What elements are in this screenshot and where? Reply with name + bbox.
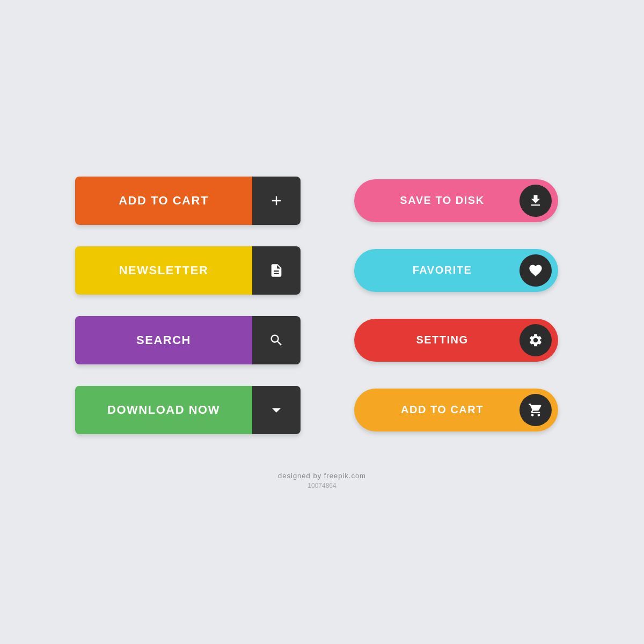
heart-icon: [528, 263, 543, 278]
plus-icon-area: [252, 177, 301, 225]
arrow-down-icon: [269, 402, 284, 418]
add-to-cart-orange-label: ADD TO CART: [75, 177, 252, 225]
favorite-button[interactable]: FAVORITE: [354, 249, 558, 292]
heart-icon-circle: [519, 254, 552, 287]
add-to-cart-pill-label: ADD TO CART: [354, 404, 519, 416]
cart-icon-circle: [519, 394, 552, 426]
document-icon: [269, 263, 284, 278]
gear-icon: [528, 333, 543, 348]
watermark-text: designed by freepik.com: [278, 472, 366, 480]
watermark-id: 10074864: [308, 482, 336, 489]
search-icon-area: [252, 316, 301, 364]
download-icon: [528, 193, 543, 208]
buttons-grid: ADD TO CART SAVE TO DISK NEWSLETTER FAVO…: [54, 155, 590, 456]
document-icon-area: [252, 246, 301, 295]
plus-icon: [269, 193, 284, 208]
newsletter-button[interactable]: NEWSLETTER: [75, 246, 301, 295]
newsletter-label: NEWSLETTER: [75, 246, 252, 295]
favorite-label: FAVORITE: [354, 264, 519, 276]
save-to-disk-button[interactable]: SAVE TO DISK: [354, 179, 558, 222]
download-now-button[interactable]: DOWNLOAD NOW: [75, 386, 301, 434]
setting-label: SETTING: [354, 334, 519, 346]
gear-icon-circle: [519, 324, 552, 356]
download-now-label: DOWNLOAD NOW: [75, 386, 252, 434]
watermark: designed by freepik.com 10074864: [278, 472, 366, 489]
add-to-cart-orange-button[interactable]: ADD TO CART: [75, 177, 301, 225]
add-to-cart-orange-pill-button[interactable]: ADD TO CART: [354, 389, 558, 431]
download-icon-circle: [519, 185, 552, 217]
search-button[interactable]: SEARCH: [75, 316, 301, 364]
setting-button[interactable]: SETTING: [354, 319, 558, 362]
cart-icon: [528, 402, 543, 418]
arrow-down-icon-area: [252, 386, 301, 434]
save-to-disk-label: SAVE TO DISK: [354, 194, 519, 207]
search-icon: [269, 333, 284, 348]
search-label: SEARCH: [75, 316, 252, 364]
